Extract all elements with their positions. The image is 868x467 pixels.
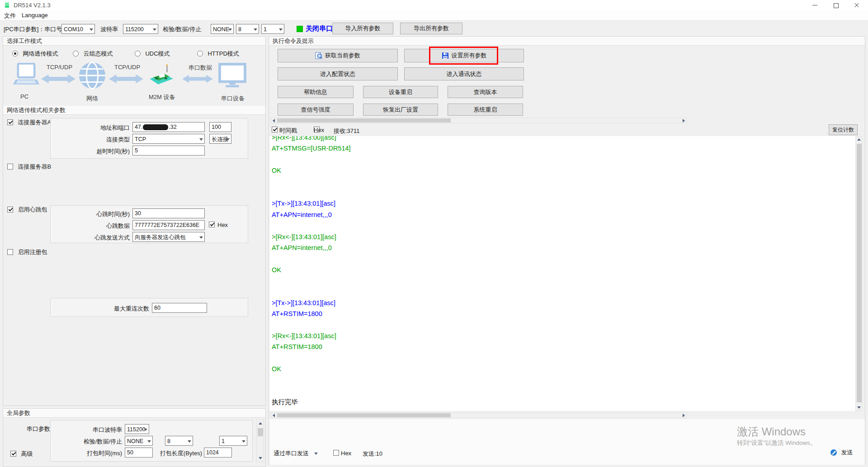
- get-params-button[interactable]: 获取当前参数: [278, 49, 398, 62]
- maximize-button[interactable]: [826, 0, 846, 10]
- windows-activation-watermark: 激活 Windows: [737, 425, 806, 439]
- parity-select[interactable]: NONE: [211, 24, 234, 34]
- scroll-down-icon[interactable]: [259, 457, 262, 459]
- log-line: [272, 253, 855, 264]
- link3-label: 串口数据: [189, 64, 212, 72]
- command-header: 执行命令及提示: [269, 37, 865, 46]
- pack-time-label: 打包时间(ms): [69, 449, 122, 458]
- checkbox-icon[interactable]: [7, 249, 13, 255]
- server-b-checkbox[interactable]: 连接服务器B: [7, 163, 51, 172]
- query-signal-button[interactable]: 查信号强度: [278, 104, 354, 116]
- radio-icon[interactable]: [12, 51, 18, 57]
- device-reboot-button[interactable]: 设备重启: [363, 86, 438, 98]
- checkbox-icon[interactable]: [7, 164, 13, 170]
- timestamp-checkbox[interactable]: [272, 127, 278, 132]
- log-lines: >[Rx<-][13:43:00][asc]AT+STMSG=[USR-DR51…: [269, 136, 855, 408]
- frame-label: 检验/数据/停止: [163, 25, 201, 33]
- scroll-right-icon[interactable]: [683, 414, 685, 417]
- checkbox-icon[interactable]: [10, 451, 16, 457]
- baud-label: 波特率: [100, 25, 118, 33]
- hb-mode-select[interactable]: 向服务器发送心跳包: [132, 232, 205, 242]
- arrow-icon: [182, 74, 213, 84]
- mode-radio-udc[interactable]: UDC模式: [135, 50, 170, 59]
- heartbeat-checkbox[interactable]: 启用心跳包: [7, 206, 47, 215]
- global-baud-select[interactable]: 115200: [125, 424, 149, 434]
- conn-type-label: 连接类型: [78, 136, 130, 144]
- checkbox-icon[interactable]: [7, 119, 13, 125]
- link2-label: TCP/UDP: [114, 64, 140, 71]
- databits-select[interactable]: 8: [236, 24, 259, 34]
- hb-data-input[interactable]: 7777772E7573722E636E: [132, 220, 205, 230]
- log-line: [272, 386, 855, 396]
- log-line: >[Rx<-][13:43:00][asc]: [272, 136, 855, 143]
- global-stopbits-select[interactable]: 1: [219, 436, 247, 446]
- scroll-up-icon[interactable]: [857, 138, 861, 141]
- query-version-button[interactable]: 查询版本: [448, 86, 523, 98]
- com-port-select[interactable]: COM10: [61, 24, 95, 34]
- global-vscrollbar[interactable]: [256, 420, 264, 462]
- checkbox-icon[interactable]: [7, 207, 13, 212]
- global-databits-select[interactable]: 8: [165, 436, 193, 446]
- radio-icon[interactable]: [135, 51, 141, 57]
- mode-radio-httpd[interactable]: HTTPD模式: [197, 50, 239, 59]
- menu-file[interactable]: 文件: [4, 12, 16, 20]
- scroll-thumb[interactable]: [277, 413, 451, 417]
- mode-radio-cloud[interactable]: 云组态模式: [73, 50, 113, 59]
- scroll-left-icon[interactable]: [273, 414, 275, 417]
- send-via-dropdown[interactable]: 通过串口发送: [274, 449, 318, 458]
- stopbits-select[interactable]: 1: [261, 24, 284, 34]
- baud-select[interactable]: 115200: [123, 24, 158, 34]
- enter-comm-button[interactable]: 进入通讯状态: [404, 67, 524, 80]
- server-a-port-input[interactable]: 100: [209, 122, 231, 132]
- scroll-up-icon[interactable]: [259, 422, 262, 425]
- factory-reset-button[interactable]: 恢复出厂设置: [363, 104, 438, 116]
- port-open-indicator: [297, 26, 303, 32]
- scroll-thumb[interactable]: [258, 428, 263, 436]
- export-all-params-button[interactable]: 导出所有参数: [400, 23, 462, 34]
- send-hex-checkbox[interactable]: [333, 450, 339, 456]
- register-checkbox[interactable]: 启用注册包: [7, 249, 47, 257]
- hb-hex-checkbox[interactable]: [209, 222, 215, 227]
- log-line: [272, 286, 855, 297]
- advanced-checkbox[interactable]: 高级: [10, 450, 33, 459]
- log-line: [272, 176, 855, 187]
- scroll-down-icon[interactable]: [857, 406, 861, 409]
- send-button[interactable]: 发送: [830, 448, 853, 457]
- log-vscrollbar[interactable]: [855, 136, 862, 411]
- send-hex-label: Hex: [341, 450, 351, 457]
- log-area[interactable]: >[Rx<-][13:43:00][asc]AT+STMSG=[USR-DR51…: [269, 136, 855, 411]
- scroll-right-icon[interactable]: [683, 119, 685, 123]
- mode-radio-transparent[interactable]: 网络透传模式: [12, 50, 58, 59]
- close-button[interactable]: [846, 0, 867, 10]
- log-line: [272, 353, 855, 363]
- help-button[interactable]: 帮助信息: [278, 86, 354, 98]
- pack-time-input[interactable]: 50: [125, 448, 153, 458]
- conn-mode-select[interactable]: 长连接: [209, 134, 231, 144]
- server-a-address-input[interactable]: 47..32: [132, 122, 205, 132]
- import-all-params-button[interactable]: 导入所有参数: [332, 23, 393, 34]
- pack-len-input[interactable]: 1024: [204, 448, 232, 458]
- log-hscrollbar-top[interactable]: [271, 118, 687, 123]
- close-port-button[interactable]: 关闭串口: [306, 24, 333, 33]
- server-a-checkbox[interactable]: 连接服务器A: [7, 119, 51, 127]
- global-serial-box: 串口波特率 115200 检验/数据/停止 NONE 8 1 打包时间(ms) …: [50, 420, 253, 462]
- timeout-input[interactable]: 5: [132, 146, 205, 156]
- conn-type-select[interactable]: TCP: [132, 134, 205, 144]
- system-reboot-button[interactable]: 系统重启: [448, 104, 523, 116]
- link1-label: TCP/UDP: [47, 64, 72, 71]
- reconnect-input[interactable]: 60: [152, 303, 207, 313]
- hb-time-input[interactable]: 30: [132, 208, 205, 218]
- radio-icon[interactable]: [197, 51, 203, 57]
- radio-icon[interactable]: [73, 51, 79, 57]
- reset-count-button[interactable]: 复位计数: [829, 124, 858, 135]
- log-hscrollbar-bottom[interactable]: [271, 412, 687, 418]
- hb-mode-label: 心跳发送方式: [78, 234, 130, 242]
- global-parity-select[interactable]: NONE: [125, 436, 153, 446]
- scroll-left-icon[interactable]: [273, 119, 275, 123]
- scroll-thumb[interactable]: [857, 144, 862, 402]
- minimize-button[interactable]: [805, 0, 826, 10]
- scroll-thumb[interactable]: [277, 118, 451, 123]
- enter-config-button[interactable]: 进入配置状态: [278, 67, 398, 80]
- timeout-label: 超时时间(秒): [78, 147, 130, 156]
- menu-language[interactable]: Language: [22, 12, 48, 19]
